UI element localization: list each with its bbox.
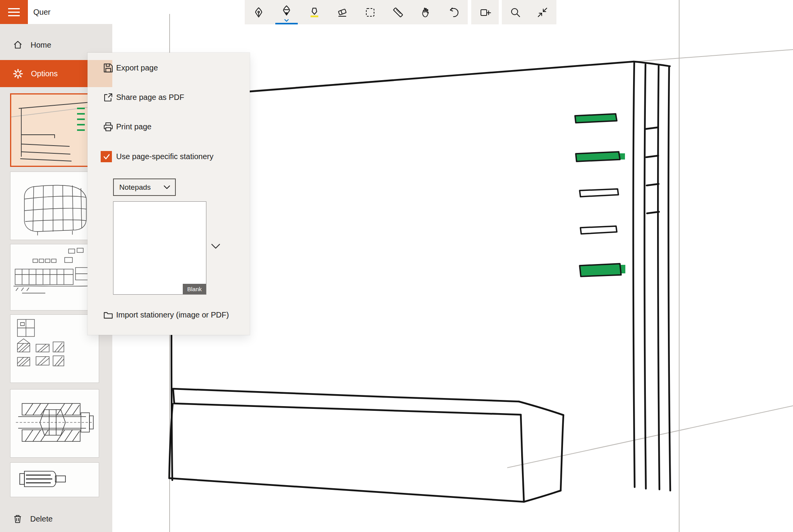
highlighter-tool[interactable] [300, 0, 328, 24]
search-icon [510, 7, 521, 18]
thumbnail-art-5 [10, 390, 99, 457]
tool-options-chevron-icon [284, 19, 289, 22]
export-icon [103, 63, 113, 73]
import-stationery-label: Import stationery (image or PDF) [116, 311, 229, 319]
ruler-tool[interactable] [384, 0, 412, 24]
share-icon [103, 92, 113, 103]
hamburger-menu-button[interactable] [0, 0, 28, 24]
pencil-icon [281, 5, 292, 16]
check-icon [103, 153, 110, 160]
green-highlight-marks [575, 114, 625, 276]
print-page-item[interactable]: Print page [88, 118, 250, 136]
lasso-select-tool[interactable] [356, 0, 384, 24]
app-window: Quer Home Options [0, 0, 793, 532]
view-toolbar [502, 0, 556, 24]
import-stationery-item[interactable]: Import stationery (image or PDF) [88, 306, 250, 324]
page-thumbnail-2[interactable] [10, 172, 99, 240]
add-page-button[interactable] [471, 0, 499, 24]
share-page-item[interactable]: Share page as PDF [88, 88, 250, 106]
sidebar-item-delete[interactable]: Delete [0, 508, 112, 530]
page-thumbnail-4[interactable] [10, 314, 99, 383]
options-flyout: Export page Share page as PDF Print page [88, 53, 250, 335]
export-page-label: Export page [116, 63, 158, 72]
share-page-label: Share page as PDF [116, 93, 184, 102]
eraser-icon [336, 7, 348, 18]
undo-button[interactable] [440, 0, 468, 24]
stationery-checkbox-label: Use page-specific stationery [116, 152, 213, 161]
home-label: Home [31, 41, 51, 50]
export-page-item[interactable]: Export page [88, 59, 250, 77]
ballpoint-pen-tool[interactable] [245, 0, 273, 24]
stationery-preview-badge: Blank [183, 284, 206, 294]
folder-icon [103, 310, 113, 320]
touch-writing-hand-icon [420, 7, 432, 18]
home-icon [13, 40, 23, 50]
hamburger-icon [8, 8, 20, 9]
page-thumbnail-1[interactable] [10, 93, 99, 167]
stationery-preview[interactable]: Blank [113, 201, 206, 295]
touch-writing-tool[interactable] [412, 0, 440, 24]
add-page-icon [479, 7, 491, 18]
thumbnail-art-1 [11, 94, 98, 166]
stationery-checkbox[interactable] [101, 151, 112, 162]
zoom-button[interactable] [502, 0, 529, 24]
page-specific-stationery-toggle[interactable]: Use page-specific stationery [88, 148, 250, 165]
thumbnail-art-3 [10, 244, 99, 310]
page-title: Quer [33, 0, 50, 24]
page-toolbar [471, 0, 499, 24]
collapse-icon [537, 7, 548, 18]
gear-icon [13, 69, 23, 79]
thumbnail-art-2 [10, 172, 99, 240]
thumbnail-art-6 [10, 463, 99, 497]
thumbnail-art-4 [10, 315, 99, 383]
selected-tool-underline [275, 23, 298, 24]
page-thumbnail-5[interactable] [10, 389, 99, 458]
bench-sketch [169, 389, 563, 502]
page-thumbnail-6[interactable] [10, 462, 99, 497]
highlighter-icon [309, 7, 320, 18]
notepads-dropdown-label: Notepads [119, 183, 151, 192]
print-page-label: Print page [116, 122, 151, 131]
sidebar-item-home[interactable]: Home [0, 35, 112, 55]
page-thumbnail-3[interactable] [10, 244, 99, 311]
delete-label: Delete [30, 515, 53, 523]
ballpoint-pen-icon [253, 7, 264, 18]
notepads-dropdown[interactable]: Notepads [113, 178, 176, 196]
trash-icon [13, 514, 22, 524]
collapse-toolbar-button[interactable] [529, 0, 556, 24]
ink-toolbar [245, 0, 468, 24]
options-label: Options [31, 69, 58, 78]
pencil-tool[interactable] [273, 0, 300, 24]
chevron-down-icon [163, 185, 170, 189]
eraser-tool[interactable] [328, 0, 356, 24]
next-stationery-chevron-icon[interactable] [211, 243, 221, 249]
lasso-select-icon [364, 7, 376, 18]
undo-icon [448, 7, 460, 18]
printer-icon [103, 122, 113, 132]
ruler-icon [392, 7, 404, 18]
